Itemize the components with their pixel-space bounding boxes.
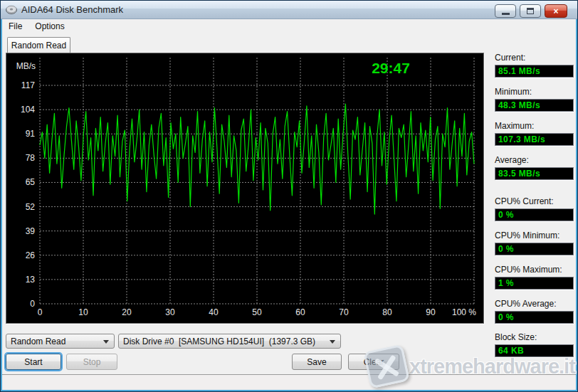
stat-label: CPU% Maximum: [495, 265, 574, 275]
stat-cpu-maximum: CPU% Maximum: 1 % [495, 265, 574, 290]
stat-label: Maximum: [495, 121, 574, 131]
y-tick-label: 0 [30, 299, 35, 309]
stat-value: 0 % [495, 208, 574, 221]
elapsed-timer: 29:47 [372, 60, 410, 76]
y-tick-label: 13 [26, 275, 36, 285]
benchmark-chart: 1171049178655239261300102030405060708090… [6, 53, 484, 324]
stat-label: Block Size: [495, 332, 574, 342]
stat-value: 83.5 MB/s [495, 167, 574, 180]
clear-button[interactable]: Clear [348, 354, 399, 370]
x-tick-label: 10 [78, 307, 88, 317]
stat-label: Minimum: [495, 87, 574, 97]
stat-label: CPU% Average: [495, 299, 574, 309]
maximize-button[interactable] [520, 4, 541, 18]
stat-value: 1 % [495, 277, 574, 290]
x-tick-label: 20 [122, 307, 132, 317]
minimize-icon [502, 13, 510, 15]
y-tick-label: 39 [26, 226, 36, 236]
stat-label: Current: [495, 53, 574, 63]
benchmark-type-select[interactable]: Random Read [6, 334, 115, 349]
stat-value: 85.1 MB/s [495, 65, 574, 78]
x-tick-label: 60 [295, 307, 305, 317]
disk-drive-value: Disk Drive #0 [SAMSUNG HD154UI] (1397.3 … [123, 337, 315, 346]
disk-icon [6, 5, 17, 15]
stat-label: CPU% Minimum: [495, 231, 574, 240]
y-tick-label: 65 [26, 177, 36, 187]
x-tick-label: 40 [209, 307, 219, 317]
stat-maximum: Maximum: 107.3 MB/s [495, 121, 574, 146]
maximize-icon [527, 8, 534, 14]
stat-value: 48.3 MB/s [495, 99, 574, 112]
menu-bar: File Options [2, 20, 576, 33]
minimize-button[interactable] [495, 4, 516, 18]
start-button[interactable]: Start [6, 354, 61, 370]
x-tick-label: 70 [339, 307, 349, 317]
menu-file[interactable]: File [2, 20, 28, 33]
x-tick-label: 30 [165, 307, 175, 317]
close-icon: × [553, 6, 558, 16]
benchmark-type-value: Random Read [11, 337, 65, 346]
chevron-down-icon [103, 340, 109, 344]
y-tick-label: 52 [26, 202, 36, 212]
stat-value: 64 KB [495, 344, 574, 357]
title-bar[interactable]: AIDA64 Disk Benchmark × [1, 1, 577, 19]
stat-value: 107.3 MB/s [495, 133, 574, 146]
close-button[interactable]: × [545, 4, 567, 18]
x-tick-label: 50 [252, 307, 262, 317]
y-tick-label: 78 [26, 153, 36, 163]
y-tick-label: 91 [26, 129, 36, 139]
stat-cpu-current: CPU% Current: 0 % [495, 196, 574, 221]
chevron-down-icon [330, 340, 335, 344]
y-tick-label: 26 [26, 250, 36, 260]
y-tick-label: 104 [21, 105, 35, 115]
stat-label: CPU% Current: [495, 196, 574, 206]
disk-drive-select[interactable]: Disk Drive #0 [SAMSUNG HD154UI] (1397.3 … [118, 334, 341, 349]
app-window: AIDA64 Disk Benchmark × File Options Ran… [0, 0, 578, 392]
y-axis-unit-label: MB/s [16, 61, 36, 71]
x-tick-label: 0 [38, 307, 43, 317]
x-tick-label: 80 [382, 307, 392, 317]
tab-label: Random Read [11, 41, 66, 51]
menu-options[interactable]: Options [28, 20, 70, 33]
chart-canvas: 1171049178655239261300102030405060708090… [6, 53, 483, 323]
stat-minimum: Minimum: 48.3 MB/s [495, 87, 574, 112]
stop-button[interactable]: Stop [66, 354, 117, 370]
stat-current: Current: 85.1 MB/s [495, 53, 574, 78]
stat-cpu-minimum: CPU% Minimum: 0 % [495, 231, 574, 255]
status-bar [2, 374, 576, 390]
x-tick-label: 90 [426, 307, 436, 317]
stat-value: 0 % [495, 311, 574, 324]
stat-label: Average: [495, 155, 574, 165]
stat-average: Average: 83.5 MB/s [495, 155, 574, 180]
x-tick-label: 100 % [452, 307, 476, 317]
stat-block-size: Block Size: 64 KB [495, 332, 574, 357]
stat-value: 0 % [495, 243, 574, 255]
save-button[interactable]: Save [292, 354, 342, 370]
tab-random-read[interactable]: Random Read [7, 37, 70, 53]
window-title: AIDA64 Disk Benchmark [21, 4, 123, 15]
y-tick-label: 117 [21, 80, 35, 90]
stat-cpu-average: CPU% Average: 0 % [495, 299, 574, 324]
